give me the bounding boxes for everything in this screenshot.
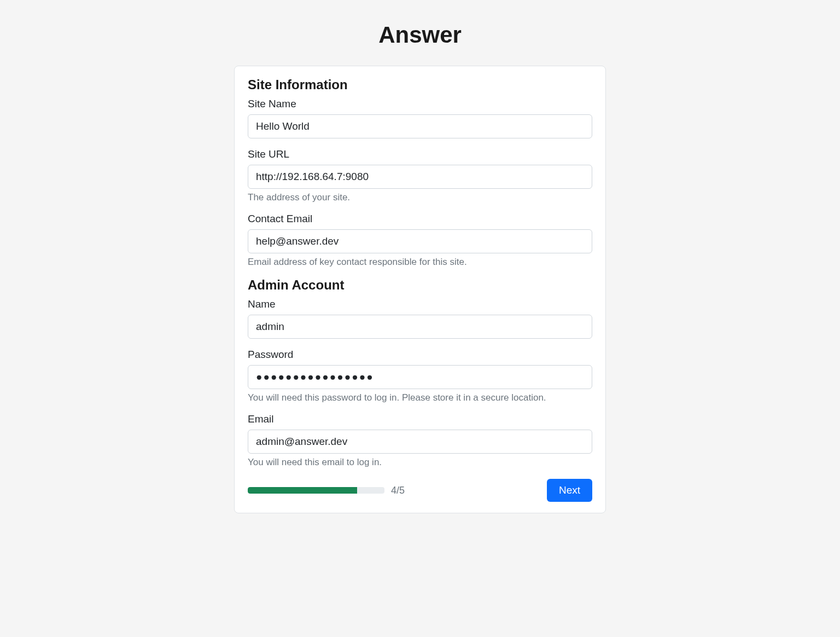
contact-email-group: Contact Email Email address of key conta…: [248, 213, 592, 268]
site-url-label: Site URL: [248, 148, 592, 160]
admin-password-label: Password: [248, 349, 592, 361]
setup-card: Site Information Site Name Site URL The …: [234, 66, 606, 513]
admin-password-input[interactable]: [248, 365, 592, 389]
site-url-input[interactable]: [248, 165, 592, 189]
admin-password-help: You will need this password to log in. P…: [248, 392, 592, 403]
contact-email-label: Contact Email: [248, 213, 592, 225]
contact-email-help: Email address of key contact responsible…: [248, 257, 592, 268]
site-info-heading: Site Information: [248, 77, 592, 92]
site-url-group: Site URL The address of your site.: [248, 148, 592, 203]
admin-email-input[interactable]: [248, 430, 592, 454]
admin-email-help: You will need this email to log in.: [248, 457, 592, 468]
progress-bar: [248, 487, 384, 494]
admin-email-label: Email: [248, 413, 592, 425]
admin-account-heading: Admin Account: [248, 277, 592, 293]
admin-password-group: Password You will need this password to …: [248, 349, 592, 403]
next-button[interactable]: Next: [547, 479, 592, 502]
progress-wrap: 4/5: [248, 485, 405, 496]
admin-name-group: Name: [248, 298, 592, 339]
admin-name-input[interactable]: [248, 315, 592, 339]
site-name-label: Site Name: [248, 98, 592, 110]
progress-fill: [248, 487, 357, 494]
contact-email-input[interactable]: [248, 229, 592, 253]
footer-row: 4/5 Next: [248, 479, 592, 502]
admin-name-label: Name: [248, 298, 592, 310]
site-name-group: Site Name: [248, 98, 592, 138]
page-title: Answer: [234, 22, 606, 48]
site-url-help: The address of your site.: [248, 192, 592, 203]
progress-text: 4/5: [391, 485, 405, 496]
admin-email-group: Email You will need this email to log in…: [248, 413, 592, 468]
site-name-input[interactable]: [248, 114, 592, 138]
